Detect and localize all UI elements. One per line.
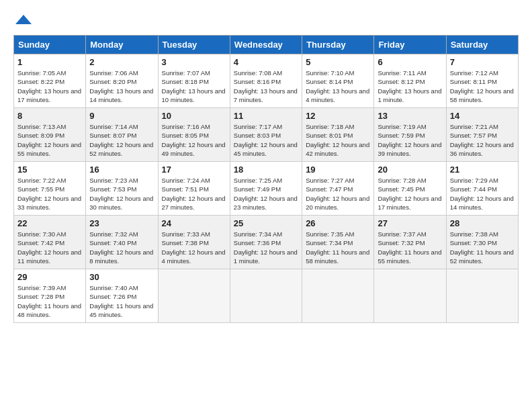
- day-info: Sunrise: 7:38 AMSunset: 7:30 PMDaylight:…: [450, 230, 515, 265]
- day-info: Sunrise: 7:37 AMSunset: 7:32 PMDaylight:…: [378, 230, 442, 265]
- table-row: 29Sunrise: 7:39 AMSunset: 7:28 PMDayligh…: [14, 269, 86, 323]
- table-row: 7Sunrise: 7:12 AMSunset: 8:11 PMDaylight…: [446, 54, 518, 108]
- day-number: 20: [378, 165, 442, 175]
- table-row: 9Sunrise: 7:14 AMSunset: 8:07 PMDaylight…: [86, 108, 158, 162]
- day-info: Sunrise: 7:40 AMSunset: 7:26 PMDaylight:…: [89, 283, 154, 319]
- day-info: Sunrise: 7:07 AMSunset: 8:18 PMDaylight:…: [162, 68, 226, 104]
- table-row: 15Sunrise: 7:22 AMSunset: 7:55 PMDayligh…: [14, 162, 86, 216]
- day-number: 24: [162, 218, 226, 228]
- table-row: 24Sunrise: 7:33 AMSunset: 7:38 PMDayligh…: [158, 216, 230, 269]
- table-row: 26Sunrise: 7:35 AMSunset: 7:34 PMDayligh…: [302, 216, 374, 269]
- day-number: 5: [306, 57, 370, 67]
- day-info: Sunrise: 7:32 AMSunset: 7:40 PMDaylight:…: [89, 230, 154, 265]
- day-number: 12: [306, 111, 370, 121]
- table-row: 30Sunrise: 7:40 AMSunset: 7:26 PMDayligh…: [86, 269, 158, 323]
- col-monday: Monday: [86, 36, 158, 54]
- table-row: 28Sunrise: 7:38 AMSunset: 7:30 PMDayligh…: [446, 216, 518, 269]
- day-number: 27: [378, 218, 442, 228]
- table-row: 19Sunrise: 7:27 AMSunset: 7:47 PMDayligh…: [302, 162, 374, 216]
- day-number: 23: [89, 218, 154, 228]
- day-number: 15: [17, 165, 82, 175]
- table-row: 11Sunrise: 7:17 AMSunset: 8:03 PMDayligh…: [230, 108, 302, 162]
- table-row: 16Sunrise: 7:23 AMSunset: 7:53 PMDayligh…: [86, 162, 158, 216]
- day-number: 30: [89, 272, 154, 282]
- day-number: 8: [17, 111, 82, 121]
- day-info: Sunrise: 7:24 AMSunset: 7:51 PMDaylight:…: [162, 176, 226, 212]
- col-saturday: Saturday: [446, 36, 518, 54]
- day-number: 4: [234, 57, 298, 67]
- calendar-header-row: Sunday Monday Tuesday Wednesday Thursday…: [14, 36, 519, 54]
- table-row: 8Sunrise: 7:13 AMSunset: 8:09 PMDaylight…: [14, 108, 86, 162]
- table-row: [158, 269, 230, 323]
- day-number: 19: [306, 165, 370, 175]
- day-info: Sunrise: 7:06 AMSunset: 8:20 PMDaylight:…: [89, 68, 154, 104]
- logo-icon: [14, 12, 33, 31]
- day-number: 26: [306, 218, 370, 228]
- day-number: 29: [17, 272, 82, 282]
- calendar-week-row: 15Sunrise: 7:22 AMSunset: 7:55 PMDayligh…: [14, 162, 519, 216]
- day-info: Sunrise: 7:13 AMSunset: 8:09 PMDaylight:…: [17, 122, 82, 158]
- logo: [13, 13, 33, 28]
- day-number: 17: [162, 165, 226, 175]
- day-number: 1: [17, 57, 82, 67]
- calendar-week-row: 29Sunrise: 7:39 AMSunset: 7:28 PMDayligh…: [14, 269, 519, 323]
- col-wednesday: Wednesday: [230, 36, 302, 54]
- day-number: 18: [234, 165, 298, 175]
- calendar-week-row: 22Sunrise: 7:30 AMSunset: 7:42 PMDayligh…: [14, 216, 519, 269]
- day-info: Sunrise: 7:27 AMSunset: 7:47 PMDaylight:…: [306, 176, 370, 212]
- day-number: 14: [450, 111, 515, 121]
- day-number: 10: [162, 111, 226, 121]
- day-info: Sunrise: 7:11 AMSunset: 8:12 PMDaylight:…: [378, 68, 442, 104]
- day-info: Sunrise: 7:29 AMSunset: 7:44 PMDaylight:…: [450, 176, 515, 212]
- day-info: Sunrise: 7:39 AMSunset: 7:28 PMDaylight:…: [17, 283, 82, 319]
- table-row: 1Sunrise: 7:05 AMSunset: 8:22 PMDaylight…: [14, 54, 86, 108]
- table-row: 12Sunrise: 7:18 AMSunset: 8:01 PMDayligh…: [302, 108, 374, 162]
- day-info: Sunrise: 7:28 AMSunset: 7:45 PMDaylight:…: [378, 176, 442, 212]
- day-info: Sunrise: 7:19 AMSunset: 7:59 PMDaylight:…: [378, 122, 442, 158]
- table-row: 27Sunrise: 7:37 AMSunset: 7:32 PMDayligh…: [374, 216, 446, 269]
- day-number: 2: [89, 57, 154, 67]
- day-number: 9: [89, 111, 154, 121]
- table-row: 6Sunrise: 7:11 AMSunset: 8:12 PMDaylight…: [374, 54, 446, 108]
- table-row: [446, 269, 518, 323]
- table-row: 14Sunrise: 7:21 AMSunset: 7:57 PMDayligh…: [446, 108, 518, 162]
- calendar: Sunday Monday Tuesday Wednesday Thursday…: [13, 35, 519, 323]
- col-friday: Friday: [374, 36, 446, 54]
- table-row: [374, 269, 446, 323]
- day-info: Sunrise: 7:34 AMSunset: 7:36 PMDaylight:…: [234, 230, 298, 265]
- day-info: Sunrise: 7:08 AMSunset: 8:16 PMDaylight:…: [234, 68, 298, 104]
- day-info: Sunrise: 7:22 AMSunset: 7:55 PMDaylight:…: [17, 176, 82, 212]
- day-number: 3: [162, 57, 226, 67]
- table-row: 20Sunrise: 7:28 AMSunset: 7:45 PMDayligh…: [374, 162, 446, 216]
- day-info: Sunrise: 7:35 AMSunset: 7:34 PMDaylight:…: [306, 230, 370, 265]
- day-info: Sunrise: 7:16 AMSunset: 8:05 PMDaylight:…: [162, 122, 226, 158]
- calendar-week-row: 1Sunrise: 7:05 AMSunset: 8:22 PMDaylight…: [14, 54, 519, 108]
- day-number: 25: [234, 218, 298, 228]
- day-number: 22: [17, 218, 82, 228]
- day-info: Sunrise: 7:30 AMSunset: 7:42 PMDaylight:…: [17, 230, 82, 265]
- table-row: 22Sunrise: 7:30 AMSunset: 7:42 PMDayligh…: [14, 216, 86, 269]
- table-row: 25Sunrise: 7:34 AMSunset: 7:36 PMDayligh…: [230, 216, 302, 269]
- table-row: 18Sunrise: 7:25 AMSunset: 7:49 PMDayligh…: [230, 162, 302, 216]
- day-info: Sunrise: 7:17 AMSunset: 8:03 PMDaylight:…: [234, 122, 298, 158]
- page: Sunday Monday Tuesday Wednesday Thursday…: [0, 0, 532, 336]
- day-info: Sunrise: 7:10 AMSunset: 8:14 PMDaylight:…: [306, 68, 370, 104]
- day-info: Sunrise: 7:33 AMSunset: 7:38 PMDaylight:…: [162, 230, 226, 265]
- day-number: 6: [378, 57, 442, 67]
- svg-marker-0: [15, 15, 32, 24]
- day-number: 21: [450, 165, 515, 175]
- table-row: 5Sunrise: 7:10 AMSunset: 8:14 PMDaylight…: [302, 54, 374, 108]
- table-row: 10Sunrise: 7:16 AMSunset: 8:05 PMDayligh…: [158, 108, 230, 162]
- table-row: 2Sunrise: 7:06 AMSunset: 8:20 PMDaylight…: [86, 54, 158, 108]
- header: [13, 13, 519, 28]
- table-row: 23Sunrise: 7:32 AMSunset: 7:40 PMDayligh…: [86, 216, 158, 269]
- day-info: Sunrise: 7:14 AMSunset: 8:07 PMDaylight:…: [89, 122, 154, 158]
- day-info: Sunrise: 7:18 AMSunset: 8:01 PMDaylight:…: [306, 122, 370, 158]
- day-number: 11: [234, 111, 298, 121]
- col-tuesday: Tuesday: [158, 36, 230, 54]
- table-row: 4Sunrise: 7:08 AMSunset: 8:16 PMDaylight…: [230, 54, 302, 108]
- day-number: 28: [450, 218, 515, 228]
- day-number: 7: [450, 57, 515, 67]
- day-info: Sunrise: 7:05 AMSunset: 8:22 PMDaylight:…: [17, 68, 82, 104]
- day-info: Sunrise: 7:23 AMSunset: 7:53 PMDaylight:…: [89, 176, 154, 212]
